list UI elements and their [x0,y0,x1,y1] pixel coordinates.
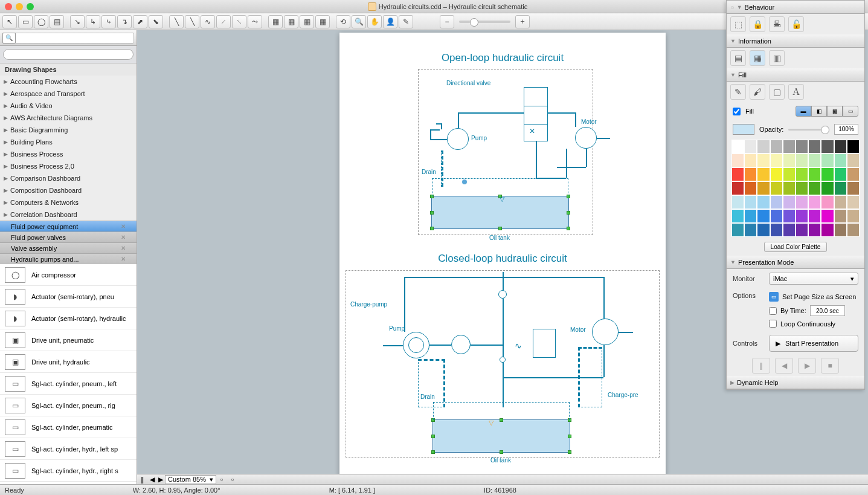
conn-3[interactable]: ⤷ [101,15,116,28]
brush-icon[interactable]: 🖌 [750,84,765,100]
color-swatch[interactable] [770,167,783,181]
sidebar-category[interactable]: ▶Comparison Dashboard [0,172,137,184]
fill-pattern-icon[interactable]: ▩ [827,106,843,117]
color-swatch[interactable] [731,195,744,209]
sidebar-search-input[interactable] [3,49,133,60]
fill-head[interactable]: ▼Fill [727,68,864,82]
color-swatch[interactable] [821,195,834,209]
fill-swatch[interactable] [733,124,754,135]
d2-block[interactable] [533,329,556,358]
shape-item[interactable]: ▭Sgl-act. cylinder, pneum., left [0,373,137,395]
scroll-start-icon[interactable]: ‖ [137,476,148,484]
page[interactable]: Open-loop hudraulic circuit Directional … [339,33,666,484]
behav-lock-icon[interactable]: 🔒 [750,16,765,32]
shape-item[interactable]: ▭Sgl-act. cylinder, hydr., right s [0,460,137,482]
color-swatch[interactable] [821,181,834,195]
color-swatch[interactable] [834,154,847,167]
sidebar-library[interactable]: Valve assembly✕ [0,242,137,253]
dropper-tool[interactable]: ✎ [399,15,413,28]
color-swatch[interactable] [744,140,757,154]
d1-pump[interactable] [447,128,469,150]
page-tab-2[interactable]: ▫ [227,476,238,483]
zoom-slider[interactable] [459,21,510,23]
sidebar-category[interactable]: ▶Business Process 2,0 [0,160,137,172]
opacity-value[interactable]: 100% [834,124,858,135]
close-icon[interactable]: ✕ [121,256,126,262]
color-swatch[interactable] [731,209,744,223]
close-window-icon[interactable] [5,3,12,10]
color-swatch[interactable] [731,223,744,237]
next-icon[interactable]: ▶ [798,358,816,374]
text-icon[interactable]: A [788,84,804,100]
color-swatch[interactable] [847,140,860,154]
conn-6[interactable]: ⬊ [149,15,163,28]
color-swatch[interactable] [834,195,847,209]
dynhelp-head[interactable]: ▶Dynamic Help [727,376,864,389]
fill-tabs[interactable]: ▬ ◧ ▩ ▭ [796,106,858,117]
sidebar-category[interactable]: ▶Business Process [0,148,137,160]
d1-oiltank[interactable]: ▽ [431,196,569,229]
d2-oiltank[interactable]: ▽ [432,419,570,453]
d1-valve[interactable]: ✕ [524,87,548,141]
behav-resize-icon[interactable]: ⬚ [730,16,746,32]
rotate-tool[interactable]: ⟲ [336,15,350,28]
color-swatch[interactable] [796,223,808,237]
sidebar-category[interactable]: ▶Audio & Video [0,100,137,112]
select-tool[interactable]: ↖ [2,15,17,28]
color-swatch[interactable] [808,195,821,209]
color-swatch[interactable] [757,154,770,167]
shape-item[interactable]: ▭Sgl-act. cylinder, hydr., left sp [0,438,137,460]
group-2[interactable]: ▦ [284,15,298,28]
opacity-slider[interactable] [788,129,829,131]
color-swatch[interactable] [744,223,757,237]
shadow-icon[interactable]: ▢ [769,84,785,100]
color-swatch[interactable] [834,181,847,195]
close-icon[interactable]: ✕ [121,234,126,241]
color-swatch[interactable] [757,209,770,223]
color-swatch[interactable] [757,140,770,154]
sidebar-category[interactable]: ▶Accounting Flowcharts [0,76,137,88]
zoom-select[interactable]: Custom 85%▾ [165,475,216,484]
info-page-icon[interactable]: ▤ [730,50,746,66]
color-swatch[interactable] [770,195,783,209]
color-swatch[interactable] [834,140,847,154]
sidebar-category[interactable]: ▶Correlation Dashboard [0,209,137,221]
color-swatch[interactable] [821,154,834,167]
color-swatch[interactable] [744,209,757,223]
fill-checkbox[interactable] [733,108,741,115]
sidebar-category[interactable]: ▶Aerospace and Transport [0,88,137,100]
scroll-next-icon[interactable]: ▶ [156,476,165,484]
behav-unlock-icon[interactable]: 🔓 [788,16,804,32]
color-swatch[interactable] [796,154,808,167]
presentation-head[interactable]: ▼Presentation Mode [727,256,864,269]
color-swatch[interactable] [834,223,847,237]
conn-4[interactable]: ↴ [117,15,132,28]
bytime-input[interactable] [810,305,845,316]
color-swatch[interactable] [783,167,796,181]
fill-image-icon[interactable]: ▭ [843,106,858,117]
color-swatch[interactable] [847,223,860,237]
info-sel-icon[interactable]: ▦ [750,50,765,66]
color-swatch[interactable] [757,223,770,237]
conn-1[interactable]: ↘ [70,15,85,28]
color-swatch[interactable] [783,223,796,237]
d1-motor[interactable] [575,127,597,149]
line-2[interactable]: ╲ [185,15,199,28]
stop-icon[interactable]: ■ [821,358,839,374]
text-tool[interactable]: ▤ [50,15,64,28]
sidebar-field[interactable] [2,33,134,44]
color-swatch[interactable] [757,181,770,195]
pen-icon[interactable]: ✎ [730,84,746,100]
color-swatch[interactable] [808,181,821,195]
shape-list[interactable]: ◯Air compressor◗Actuator (semi-rotary), … [0,264,137,484]
line-3[interactable]: ∿ [201,15,215,28]
color-swatch[interactable] [796,181,808,195]
bytime-checkbox[interactable] [769,307,777,315]
color-swatch[interactable] [731,154,744,167]
zoom-window-icon[interactable] [27,3,34,10]
group-4[interactable]: ▦ [315,15,330,28]
color-swatch[interactable] [783,140,796,154]
color-swatch[interactable] [808,167,821,181]
start-presentation-button[interactable]: ▶Start Presentation [769,335,858,352]
color-swatch[interactable] [796,167,808,181]
